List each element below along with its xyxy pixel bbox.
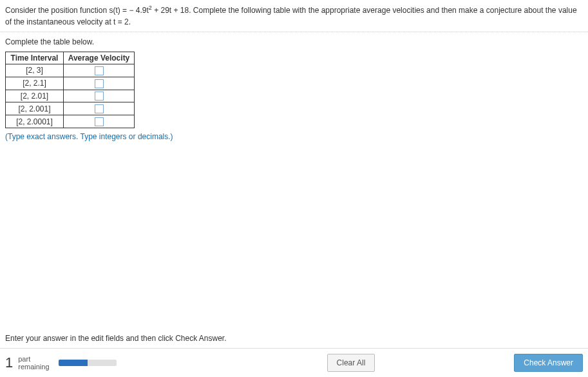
velocity-input-1[interactable] (95, 66, 104, 75)
header-average-velocity: Average Velocity (64, 52, 135, 64)
part-label-bottom: remaining (18, 363, 49, 371)
question-text: Consider the position function s(t) = − … (0, 0, 588, 32)
velocity-input-4[interactable] (95, 104, 104, 113)
velocity-table: Time Interval Average Velocity [2, 3] [2… (5, 52, 135, 128)
interval-label: [2, 2.001] (6, 102, 64, 115)
table-row: [2, 3] (6, 64, 135, 77)
clear-all-button[interactable]: Clear All (327, 354, 375, 372)
table-row: [2, 2.1] (6, 77, 135, 90)
velocity-cell (64, 77, 135, 90)
velocity-cell (64, 64, 135, 77)
progress-fill (59, 360, 88, 366)
footer-area: Enter your answer in the edit fields and… (0, 329, 588, 377)
enter-answer-hint: Enter your answer in the edit fields and… (0, 329, 588, 349)
velocity-table-wrap: Time Interval Average Velocity [2, 3] [2… (0, 49, 588, 131)
interval-label: [2, 2.01] (6, 90, 64, 102)
velocity-input-2[interactable] (95, 79, 104, 88)
velocity-cell (64, 115, 135, 128)
question-text-part1: Consider the position function s(t) = − … (5, 6, 149, 15)
table-row: [2, 2.0001] (6, 115, 135, 128)
footer-bar: 1 part remaining Clear All Check Answer (0, 349, 588, 377)
interval-label: [2, 2.0001] (6, 115, 64, 128)
table-instruction: Complete the table below. (0, 32, 588, 49)
velocity-input-3[interactable] (95, 92, 104, 101)
table-header-row: Time Interval Average Velocity (6, 52, 135, 64)
velocity-cell (64, 90, 135, 102)
velocity-input-5[interactable] (95, 117, 104, 126)
interval-label: [2, 2.1] (6, 77, 64, 90)
table-row: [2, 2.01] (6, 90, 135, 102)
table-row: [2, 2.001] (6, 102, 135, 115)
check-answer-button[interactable]: Check Answer (514, 354, 583, 372)
part-label: part remaining (18, 355, 49, 371)
header-time-interval: Time Interval (6, 52, 64, 64)
part-label-top: part (18, 355, 49, 363)
answer-format-hint: (Type exact answers. Type integers or de… (0, 131, 588, 142)
progress-bar (59, 360, 117, 366)
part-number: 1 (5, 354, 13, 371)
interval-label: [2, 3] (6, 64, 64, 77)
velocity-cell (64, 102, 135, 115)
